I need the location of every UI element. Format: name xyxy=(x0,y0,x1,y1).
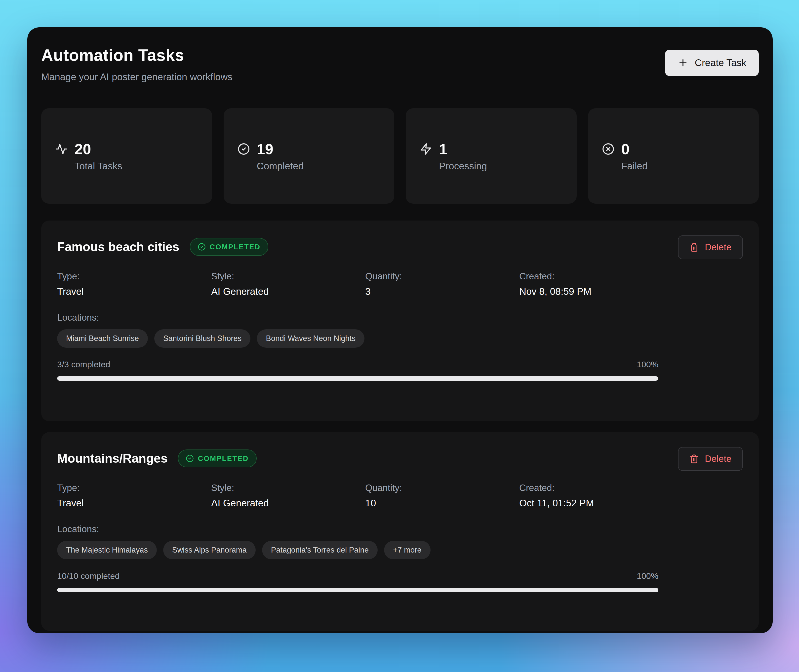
task-field: Quantity: 10 xyxy=(365,483,519,509)
stat-value: 1 xyxy=(439,141,447,158)
field-label: Quantity: xyxy=(365,271,519,282)
trash-icon xyxy=(689,454,699,464)
location-chip: Miami Beach Sunrise xyxy=(57,329,148,348)
field-value: 10 xyxy=(365,498,519,509)
stats-row: 20 Total Tasks 19 Completed 1 Processing xyxy=(41,108,759,204)
delete-task-button[interactable]: Delete xyxy=(678,447,743,471)
task-field: Style: AI Generated xyxy=(211,271,365,297)
stat-top: 1 xyxy=(420,141,576,158)
field-value: Travel xyxy=(57,498,211,509)
location-chip: Patagonia's Torres del Paine xyxy=(262,541,378,559)
task-title-row: Mountains/Ranges COMPLETED xyxy=(57,450,743,467)
field-label: Type: xyxy=(57,483,211,493)
task-card: Delete Famous beach cities COMPLETED Typ… xyxy=(41,221,759,421)
create-task-button[interactable]: Create Task xyxy=(665,50,759,76)
stat-card: 1 Processing xyxy=(406,108,576,204)
task-field: Type: Travel xyxy=(57,271,211,297)
field-label: Style: xyxy=(211,483,365,493)
field-value: 3 xyxy=(365,286,519,297)
stat-top: 19 xyxy=(237,141,394,158)
field-value: AI Generated xyxy=(211,286,365,297)
progress-fill xyxy=(57,588,658,592)
task-fields: Type: Travel Style: AI Generated Quantit… xyxy=(57,483,743,509)
progress-row: 3/3 completed 100% xyxy=(57,360,658,369)
stat-label: Completed xyxy=(257,161,394,171)
page-subtitle: Manage your AI poster generation workflo… xyxy=(41,72,232,82)
status-badge: COMPLETED xyxy=(190,238,269,256)
location-chips: Miami Beach Sunrise Santorini Blush Shor… xyxy=(57,329,743,348)
plus-icon xyxy=(677,58,689,68)
task-title-row: Famous beach cities COMPLETED xyxy=(57,238,743,256)
check-circle-icon xyxy=(237,143,250,155)
location-chips: The Majestic Himalayas Swiss Alps Panora… xyxy=(57,541,743,559)
header-text: Automation Tasks Manage your AI poster g… xyxy=(41,43,232,82)
task-card: Delete Mountains/Ranges COMPLETED Type: … xyxy=(41,432,759,631)
task-title: Mountains/Ranges xyxy=(57,451,167,466)
field-value: Travel xyxy=(57,286,211,297)
locations-label: Locations: xyxy=(57,524,743,534)
create-task-label: Create Task xyxy=(695,58,746,68)
status-text: COMPLETED xyxy=(198,454,249,462)
trash-icon xyxy=(689,243,699,252)
field-label: Type: xyxy=(57,271,211,282)
stat-label: Total Tasks xyxy=(75,161,212,171)
stat-value: 20 xyxy=(75,141,91,158)
progress-row: 10/10 completed 100% xyxy=(57,571,658,581)
task-field: Type: Travel xyxy=(57,483,211,509)
status-badge: COMPLETED xyxy=(178,450,257,467)
location-chip: Bondi Waves Neon Nights xyxy=(257,329,365,348)
task-fields: Type: Travel Style: AI Generated Quantit… xyxy=(57,271,743,297)
task-field: Quantity: 3 xyxy=(365,271,519,297)
check-circle-icon xyxy=(186,454,194,462)
delete-task-button[interactable]: Delete xyxy=(678,235,743,259)
status-text: COMPLETED xyxy=(210,243,261,251)
field-value: Oct 11, 01:52 PM xyxy=(519,498,673,509)
field-label: Created: xyxy=(519,483,673,493)
stat-value: 19 xyxy=(257,141,274,158)
task-title: Famous beach cities xyxy=(57,240,179,254)
field-label: Style: xyxy=(211,271,365,282)
location-chip: +7 more xyxy=(384,541,431,559)
progress-bar xyxy=(57,588,658,592)
activity-icon xyxy=(55,143,67,155)
progress-percent-text: 100% xyxy=(637,360,658,369)
delete-label: Delete xyxy=(705,242,732,253)
progress-completed-text: 10/10 completed xyxy=(57,571,120,581)
stat-label: Processing xyxy=(439,161,576,171)
stat-top: 20 xyxy=(55,141,212,158)
task-field: Created: Oct 11, 01:52 PM xyxy=(519,483,673,509)
locations-label: Locations: xyxy=(57,312,743,323)
field-label: Quantity: xyxy=(365,483,519,493)
field-value: Nov 8, 08:59 PM xyxy=(519,286,673,297)
automation-tasks-panel: Automation Tasks Manage your AI poster g… xyxy=(27,27,773,633)
location-chip: The Majestic Himalayas xyxy=(57,541,157,559)
location-chip: Santorini Blush Shores xyxy=(154,329,250,348)
stat-top: 0 xyxy=(602,141,759,158)
task-field: Style: AI Generated xyxy=(211,483,365,509)
stat-label: Failed xyxy=(621,161,759,171)
x-circle-icon xyxy=(602,143,615,155)
delete-label: Delete xyxy=(705,454,732,464)
field-label: Created: xyxy=(519,271,673,282)
progress-bar xyxy=(57,376,658,381)
location-chip: Swiss Alps Panorama xyxy=(163,541,256,559)
zap-icon xyxy=(420,143,432,155)
stat-card: 20 Total Tasks xyxy=(41,108,212,204)
page-title: Automation Tasks xyxy=(41,46,232,64)
panel-header: Automation Tasks Manage your AI poster g… xyxy=(41,43,759,82)
stat-value: 0 xyxy=(621,141,629,158)
progress-completed-text: 3/3 completed xyxy=(57,360,110,369)
task-field: Created: Nov 8, 08:59 PM xyxy=(519,271,673,297)
progress-fill xyxy=(57,376,658,381)
check-circle-icon xyxy=(198,243,206,251)
stat-card: 19 Completed xyxy=(224,108,394,204)
stat-card: 0 Failed xyxy=(588,108,759,204)
progress-percent-text: 100% xyxy=(637,571,658,581)
field-value: AI Generated xyxy=(211,498,365,509)
